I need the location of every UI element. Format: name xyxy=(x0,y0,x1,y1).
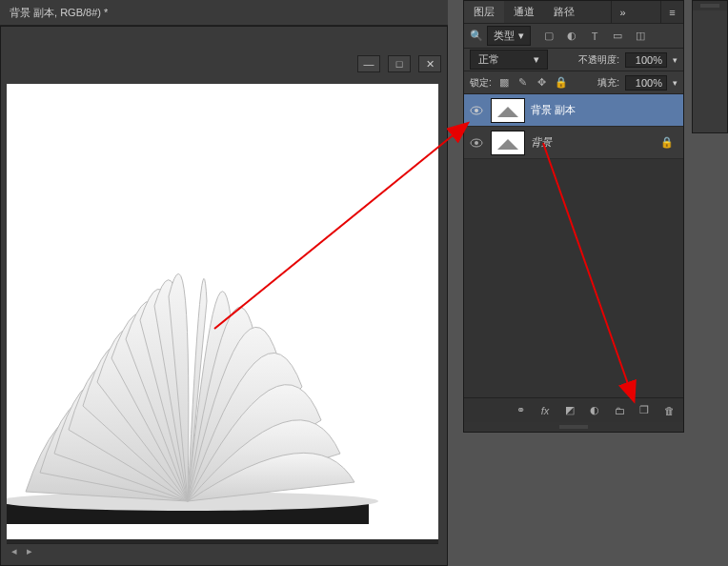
window-controls: — □ ✕ xyxy=(357,55,441,72)
svg-point-6 xyxy=(475,141,478,145)
fill-label: 填充: xyxy=(597,76,619,90)
filter-smart-icon[interactable]: ◫ xyxy=(634,30,647,43)
opacity-value: 100% xyxy=(636,54,662,66)
layer-filter-row: 🔍 类型 ▾ ▢ ◐ T ▭ ◫ xyxy=(464,24,683,49)
panel-menu-button[interactable]: » xyxy=(611,1,634,23)
opacity-input[interactable]: 100% xyxy=(625,52,667,68)
lock-label: 锁定: xyxy=(470,76,492,90)
chevron-double-icon: » xyxy=(619,7,625,18)
layer-name-label[interactable]: 背景 副本 xyxy=(531,103,576,117)
filter-kind-label: 类型 xyxy=(494,29,515,43)
chevron-down-icon[interactable]: ▾ xyxy=(673,78,677,88)
close-button[interactable]: ✕ xyxy=(418,55,441,72)
svg-point-3 xyxy=(475,109,478,112)
lock-icons: ▩ ✎ ✥ 🔒 xyxy=(497,76,568,90)
layer-row[interactable]: 背景 🔒 xyxy=(464,127,683,159)
filter-icons: ▢ ◐ T ▭ ◫ xyxy=(542,30,647,43)
layer-thumbnail[interactable] xyxy=(491,131,525,155)
document-window: — □ ✕ xyxy=(0,26,448,566)
layer-group-icon[interactable]: 🗀 xyxy=(613,404,626,417)
lock-row: 锁定: ▩ ✎ ✥ 🔒 填充: 100% ▾ xyxy=(464,71,683,94)
blend-mode-select[interactable]: 正常 ▾ xyxy=(470,50,548,70)
visibility-toggle[interactable] xyxy=(468,102,485,119)
layer-list-empty-area[interactable] xyxy=(464,159,683,397)
panel-resize-grip[interactable] xyxy=(464,422,683,432)
lock-brush-icon[interactable]: ✎ xyxy=(516,76,530,90)
layer-row[interactable]: 背景 副本 xyxy=(464,94,683,127)
filter-search-icon: 🔍 xyxy=(470,30,483,42)
scroll-left-arrow-icon[interactable]: ◂ xyxy=(7,544,22,559)
chevron-down-icon: ▾ xyxy=(534,53,539,66)
filter-pixel-icon[interactable]: ▢ xyxy=(542,30,556,43)
book-image xyxy=(7,168,407,539)
dock-grip[interactable] xyxy=(693,1,727,10)
lock-transparent-icon[interactable]: ▩ xyxy=(497,76,511,90)
tab-channels[interactable]: 通道 xyxy=(504,1,544,23)
layer-mask-icon[interactable]: ◩ xyxy=(563,404,576,417)
lock-move-icon[interactable]: ✥ xyxy=(536,76,549,90)
fill-value: 100% xyxy=(636,77,662,89)
layer-thumbnail[interactable] xyxy=(491,98,525,123)
canvas-area: ◂ ▸ xyxy=(7,84,438,558)
layer-panel-footer: ⚭ fx ◩ ◐ 🗀 ❐ 🗑 xyxy=(464,397,683,422)
lock-all-icon[interactable]: 🔒 xyxy=(555,76,568,90)
eye-icon xyxy=(470,106,483,115)
delete-layer-icon[interactable]: 🗑 xyxy=(662,404,676,417)
scroll-right-arrow-icon[interactable]: ▸ xyxy=(22,544,37,559)
layers-panel: 图层 通道 路径 » ≡ 🔍 类型 ▾ ▢ ◐ T ▭ ◫ 正常 ▾ 不透明度:… xyxy=(463,0,684,433)
blend-mode-value: 正常 xyxy=(478,52,499,67)
document-tab-label[interactable]: 背景 副本, RGB/8#) * xyxy=(0,6,117,20)
canvas[interactable] xyxy=(7,84,438,539)
horizontal-scrollbar[interactable]: ◂ ▸ xyxy=(7,543,438,558)
eye-icon xyxy=(470,138,483,148)
filter-type-icon[interactable]: T xyxy=(588,30,601,43)
filter-shape-icon[interactable]: ▭ xyxy=(611,30,624,43)
filter-kind-select[interactable]: 类型 ▾ xyxy=(487,26,531,46)
tab-layers[interactable]: 图层 xyxy=(464,1,504,23)
chevron-down-icon: ▾ xyxy=(518,30,524,42)
panel-options-button[interactable]: ≡ xyxy=(660,1,683,23)
collapsed-dock[interactable] xyxy=(692,0,728,133)
panel-tabs: 图层 通道 路径 » ≡ xyxy=(464,1,683,24)
opacity-label: 不透明度: xyxy=(578,53,619,67)
minimize-button[interactable]: — xyxy=(357,55,380,72)
new-layer-icon[interactable]: ❐ xyxy=(637,404,651,417)
document-tab-bar: 背景 副本, RGB/8#) * xyxy=(0,0,448,26)
visibility-toggle[interactable] xyxy=(468,134,485,152)
tab-paths[interactable]: 路径 xyxy=(544,1,584,23)
menu-icon: ≡ xyxy=(669,7,675,18)
layer-list: 背景 副本 背景 🔒 xyxy=(464,94,683,397)
chevron-down-icon[interactable]: ▾ xyxy=(673,55,677,65)
filter-adjust-icon[interactable]: ◐ xyxy=(565,30,578,43)
layer-fx-icon[interactable]: fx xyxy=(538,404,552,417)
lock-icon: 🔒 xyxy=(660,136,674,149)
blend-row: 正常 ▾ 不透明度: 100% ▾ xyxy=(464,49,683,71)
link-layers-icon[interactable]: ⚭ xyxy=(514,404,527,417)
restore-button[interactable]: □ xyxy=(388,55,411,72)
adjustment-layer-icon[interactable]: ◐ xyxy=(588,404,601,417)
fill-input[interactable]: 100% xyxy=(625,75,667,91)
layer-name-label[interactable]: 背景 xyxy=(531,135,552,150)
